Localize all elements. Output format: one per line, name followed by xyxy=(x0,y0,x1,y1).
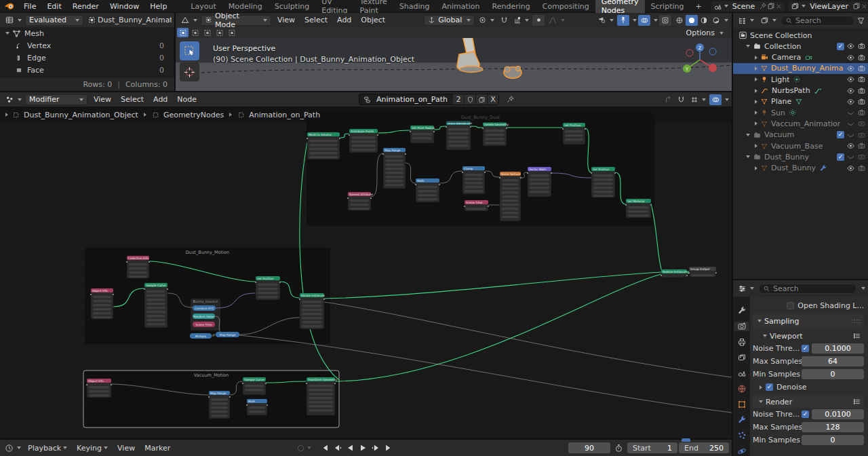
show-overlays-button[interactable] xyxy=(638,15,650,26)
workspace-tab-animation[interactable]: Animation xyxy=(435,1,486,12)
spreadsheet-row-edge[interactable]: Edge0 xyxy=(0,52,174,64)
fake-user-shield-icon[interactable] xyxy=(464,94,475,104)
node-set-point-radius[interactable]: Set Point Radius xyxy=(410,126,435,143)
node-delete-geometry[interactable]: Delete Geometry xyxy=(482,122,509,146)
node-group-output[interactable]: Group Output xyxy=(688,267,717,277)
node-collection-info[interactable]: Collection Info xyxy=(126,256,150,278)
add-workspace-button[interactable]: + xyxy=(690,2,707,11)
editor-type-outliner[interactable] xyxy=(736,16,756,25)
expander-icon[interactable] xyxy=(755,166,757,170)
node-mesh-to-volume[interactable]: Mesh to Volume xyxy=(307,132,340,159)
property-checkbox[interactable]: ✓ xyxy=(802,345,809,352)
node-set-position[interactable]: Set Position xyxy=(591,167,616,197)
node-combine-xyz[interactable]: Combine XYZ xyxy=(193,305,216,311)
node-sample-curve[interactable]: Sample Curve xyxy=(242,377,267,395)
spreadsheet-row-vertex[interactable]: Vertex0 xyxy=(0,39,174,52)
camera-toggle-icon[interactable] xyxy=(857,164,866,172)
expander-icon[interactable] xyxy=(755,121,757,126)
node-math[interactable]: Math xyxy=(415,178,440,202)
eye-open-icon[interactable] xyxy=(846,87,855,95)
copy-node-tree-icon[interactable] xyxy=(475,94,487,104)
node-transform-geometry[interactable]: Transform Geometry xyxy=(306,377,338,415)
outliner-row-sun[interactable]: Sun xyxy=(733,107,868,118)
eye-closed-icon[interactable] xyxy=(846,131,855,139)
workspace-tab-compositing[interactable]: Compositing xyxy=(536,1,595,12)
node-random-value[interactable]: Random Value xyxy=(193,314,215,319)
mode-dropdown[interactable]: Object Mode xyxy=(201,15,271,26)
auto-keying-icon[interactable] xyxy=(296,444,305,453)
play-reverse-button[interactable] xyxy=(344,442,357,454)
outliner-row-camera[interactable]: Camera xyxy=(733,52,868,63)
display-mode-dropdown[interactable] xyxy=(758,16,778,25)
expander-icon[interactable] xyxy=(746,155,750,158)
topbar-menu-edit[interactable]: Edit xyxy=(41,2,66,11)
camera-off-icon[interactable] xyxy=(857,131,866,139)
property-value-field[interactable]: 0.0100 xyxy=(812,409,864,419)
expander-icon[interactable] xyxy=(755,77,757,81)
property-value-field[interactable]: 128 xyxy=(802,422,864,432)
eye-open-icon[interactable] xyxy=(846,164,855,172)
presets-icon[interactable] xyxy=(852,332,861,340)
node-noise-texture[interactable]: Noise Texture xyxy=(499,172,521,221)
eye-open-icon[interactable] xyxy=(846,98,855,106)
camera-toggle-icon[interactable] xyxy=(857,87,866,95)
node-context-dropdown[interactable]: Modifier xyxy=(25,94,87,105)
workspace-tab-sculpting[interactable]: Sculpting xyxy=(269,1,315,12)
expander-icon[interactable] xyxy=(755,66,757,71)
previous-keyframe-button[interactable] xyxy=(331,442,344,454)
timeline-menu-marker[interactable]: Marker xyxy=(140,444,175,453)
outliner-search-input[interactable]: Search xyxy=(781,16,854,26)
jump-to-end-button[interactable] xyxy=(382,442,395,454)
viewlayer-icon[interactable] xyxy=(734,353,749,362)
pin-icon[interactable] xyxy=(506,95,515,104)
exclude-checkbox[interactable]: ✓ xyxy=(837,131,844,138)
property-value-field[interactable]: 0 xyxy=(802,435,864,445)
viewport-menu-object[interactable]: Object xyxy=(356,16,390,24)
node-set-position[interactable]: Set Position xyxy=(562,123,586,145)
show-gizmo-button[interactable] xyxy=(617,15,629,26)
scene-icon[interactable] xyxy=(734,368,749,378)
node-canvas[interactable]: Dust_Bunny_Animation_ObjectGeometryNodes… xyxy=(0,107,732,438)
outliner-row-collection[interactable]: Collection✓ xyxy=(733,41,868,52)
timeline-menu-playback[interactable]: Playback xyxy=(23,444,72,453)
viewport-menu-select[interactable]: Select xyxy=(300,16,332,24)
viewport-menu-add[interactable]: Add xyxy=(332,16,356,24)
select-mode-set[interactable] xyxy=(177,28,189,37)
editor-type-timeline[interactable] xyxy=(3,444,23,453)
node-multiply[interactable]: Multiply xyxy=(190,333,212,339)
end-frame-field[interactable]: End250 xyxy=(679,442,729,453)
scene-selector[interactable]: Scene xyxy=(711,1,785,12)
breadcrumb-item[interactable]: Dust_Bunny_Animation_Object xyxy=(24,111,138,119)
viewlayer-name[interactable]: ViewLayer xyxy=(806,2,852,11)
property-value-field[interactable]: 0.1000 xyxy=(812,343,864,354)
topbar-menu-help[interactable]: Help xyxy=(144,2,172,11)
node-set-material[interactable]: Set Material xyxy=(625,199,652,218)
node-menu-view[interactable]: View xyxy=(89,95,116,104)
xray-toggle[interactable] xyxy=(659,15,671,26)
node-math[interactable]: Math xyxy=(246,399,268,415)
viewport-subsection-header[interactable]: Viewport xyxy=(753,330,864,342)
eye-open-icon[interactable] xyxy=(846,142,855,150)
node-map-range[interactable]: Map Range xyxy=(208,391,231,419)
node-sample-curve[interactable]: Sample Curve xyxy=(144,283,168,328)
timeline-menu-keying[interactable]: Keying xyxy=(72,444,113,453)
close-icon[interactable] xyxy=(775,3,783,10)
editor-type-spreadsheet[interactable] xyxy=(3,16,24,24)
play-button[interactable] xyxy=(357,442,370,454)
snap-magnet-icon[interactable] xyxy=(675,94,687,105)
workspace-tab-scripting[interactable]: Scripting xyxy=(645,1,690,12)
shading-wireframe-icon[interactable] xyxy=(673,15,686,26)
workspace-tab-layout[interactable]: Layout xyxy=(184,1,222,12)
camera-toggle-icon[interactable] xyxy=(857,109,866,117)
node-scene-time[interactable]: Scene Time xyxy=(464,200,489,211)
properties-options-chevron[interactable] xyxy=(861,287,865,290)
overlays-dropdown-chevron[interactable] xyxy=(725,98,729,101)
editor-type-node[interactable] xyxy=(3,95,24,104)
physics-icon[interactable] xyxy=(734,446,749,456)
viewport-canvas[interactable]: Z Y User Perspective (90) Scene Collecti… xyxy=(176,38,732,91)
shading-dropdown-chevron[interactable] xyxy=(724,19,728,22)
eye-open-icon[interactable] xyxy=(846,75,855,83)
osl-checkbox[interactable] xyxy=(787,302,794,309)
timeline-playhead[interactable] xyxy=(682,438,690,442)
pivot-dropdown[interactable] xyxy=(476,16,496,24)
